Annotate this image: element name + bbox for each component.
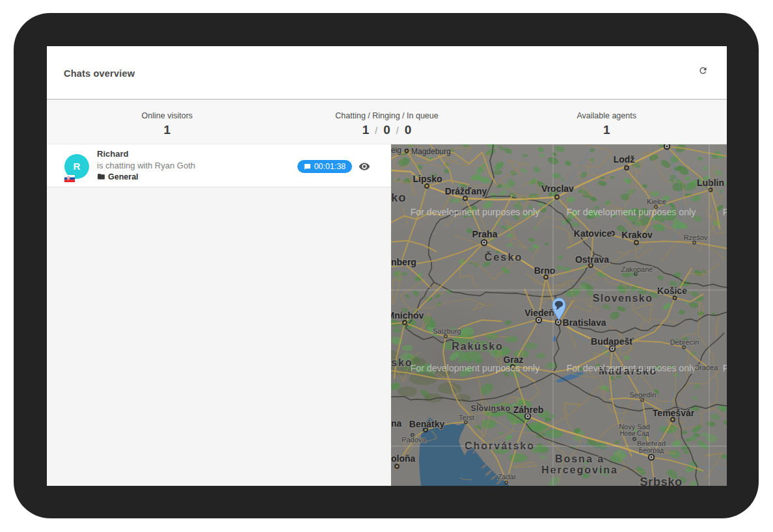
- svg-text:Temešvár: Temešvár: [653, 408, 695, 418]
- svg-text:Zadar: Zadar: [498, 473, 517, 481]
- svg-text:For development purposes only: For development purposes only: [411, 207, 541, 217]
- svg-text:Београд: Београд: [639, 447, 664, 454]
- svg-text:Salzburg: Salzburg: [433, 327, 461, 335]
- svg-text:Košice: Košice: [657, 286, 687, 296]
- svg-text:Mníchov: Mníchov: [391, 310, 424, 321]
- svg-text:Segedín: Segedín: [630, 391, 657, 399]
- svg-text:For development purposes only: For development purposes only: [723, 207, 727, 217]
- svg-text:For development purposes only: For development purposes only: [567, 363, 697, 373]
- svg-text:Rzešov: Rzešov: [684, 233, 708, 241]
- svg-text:Rakúsko: Rakúsko: [452, 341, 503, 352]
- svg-text:Kielce: Kielce: [647, 198, 666, 206]
- svg-text:Česko: Česko: [484, 251, 522, 263]
- svg-text:Lublin: Lublin: [697, 178, 724, 188]
- svg-text:Terst: Terst: [459, 414, 474, 421]
- svg-text:Srbsko: Srbsko: [640, 475, 683, 486]
- svg-text:eig: eig: [391, 146, 401, 155]
- svg-text:Budapešť: Budapešť: [591, 336, 634, 347]
- svg-text:Vroclav: Vroclav: [541, 183, 574, 194]
- svg-text:Slovinsko: Slovinsko: [470, 404, 510, 413]
- svg-text:Benátky: Benátky: [409, 419, 445, 429]
- svg-text:Debrecín: Debrecín: [670, 338, 699, 346]
- svg-text:Bratislava: Bratislava: [563, 317, 606, 328]
- svg-text:ko: ko: [391, 191, 407, 204]
- svg-text:Katovice: Katovice: [574, 228, 612, 239]
- svg-text:nberg: nberg: [391, 257, 416, 267]
- svg-text:sko: sko: [391, 357, 413, 368]
- svg-text:na: na: [391, 418, 402, 429]
- svg-text:Viedeň: Viedeň: [524, 308, 554, 318]
- svg-text:For development purposes only: For development purposes only: [723, 363, 727, 373]
- svg-text:Magdeburg: Magdeburg: [411, 147, 451, 156]
- svg-text:For development purposes only: For development purposes only: [567, 207, 697, 217]
- svg-text:Lipsko: Lipsko: [413, 174, 442, 184]
- svg-text:Praha: Praha: [472, 229, 498, 239]
- svg-text:Bosna a: Bosna a: [555, 453, 604, 464]
- svg-text:Oradea: Oradea: [694, 364, 719, 371]
- svg-text:For development purposes only: For development purposes only: [411, 363, 541, 373]
- svg-text:Нови Сад: Нови Сад: [619, 430, 649, 437]
- svg-text:Záhreb: Záhreb: [513, 405, 544, 415]
- svg-text:Padova: Padova: [401, 436, 426, 444]
- svg-text:Drážďany: Drážďany: [445, 186, 487, 196]
- svg-text:Zakopané: Zakopané: [621, 265, 653, 273]
- svg-text:Brno: Brno: [534, 265, 556, 276]
- svg-text:Ostrava: Ostrava: [575, 254, 609, 265]
- svg-text:Lodž: Lodž: [614, 154, 635, 165]
- svg-text:oloňa: oloňa: [391, 453, 416, 464]
- svg-text:Slovensko: Slovensko: [593, 293, 653, 304]
- svg-text:Krakov: Krakov: [621, 230, 653, 240]
